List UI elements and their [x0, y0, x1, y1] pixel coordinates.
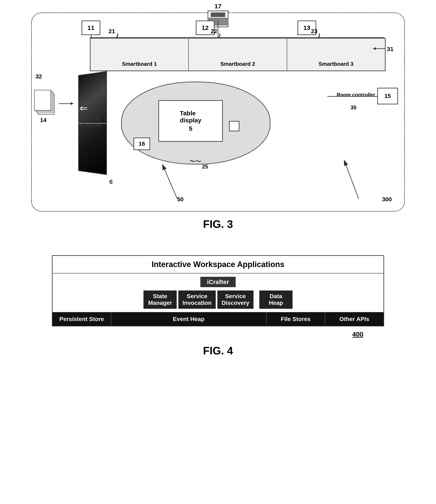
- label-13: 13: [303, 24, 310, 31]
- label-50: 50: [177, 196, 184, 203]
- other-apis-label: Other APIs: [339, 316, 369, 323]
- monitor-11: 11: [82, 20, 100, 35]
- front-display-num: 6: [109, 178, 113, 185]
- table-display-area: Tabledisplay 5 16: [121, 81, 275, 169]
- label-21: 21: [109, 28, 115, 35]
- label-12: 12: [202, 24, 208, 31]
- persistent-store-label: Persistent Store: [59, 316, 104, 323]
- data-heap-box: Data Heap: [259, 290, 293, 309]
- fig4-icrafter-row: iCrafter: [53, 273, 383, 290]
- fig4-outer-box: Interactive Workspace Applications iCraf…: [52, 255, 384, 326]
- fig4-title-row: Interactive Workspace Applications: [53, 256, 383, 273]
- smartboard-1: Smartboard 1: [91, 39, 189, 71]
- smartboard-table: Smartboard 1 Smartboard 2 Smartboard 3: [90, 38, 386, 71]
- label-14: 14: [40, 117, 46, 124]
- label-22: 22: [211, 28, 217, 35]
- svg-line-1: [165, 170, 177, 198]
- icrafter-label: iCrafter: [207, 279, 229, 285]
- table-display-box: Tabledisplay 5: [158, 100, 223, 142]
- other-apis-cell: Other APIs: [325, 313, 383, 326]
- fig4-num-label: 400: [52, 331, 384, 338]
- table-display-label: Tabledisplay: [180, 110, 201, 124]
- fig3-outer-box: 17 11 12 13 〜〜 21 〜〜 22 〜: [31, 12, 405, 212]
- smartboard-1-label: Smartboard 1: [122, 61, 157, 67]
- fig4-caption: FIG. 4: [52, 344, 384, 357]
- service-discovery-label: Service Discovery: [222, 293, 249, 306]
- svg-line-3: [346, 165, 359, 198]
- icrafter-box: iCrafter: [200, 277, 236, 287]
- label-32: 32: [36, 73, 42, 80]
- label-16: 16: [139, 140, 145, 147]
- fig3-diagram: 17 11 12 13 〜〜 21 〜〜 22 〜: [31, 12, 405, 243]
- front-display: ⇐ Frontdisplay 6: [73, 73, 111, 177]
- smartboard-3: Smartboard 3: [287, 39, 385, 71]
- data-heap-label: Data Heap: [269, 293, 283, 306]
- smartboard-2: Smartboard 2: [189, 39, 287, 71]
- smartboard-2-label: Smartboard 2: [220, 61, 255, 67]
- label-11: 11: [87, 24, 94, 31]
- fig4-num: 400: [352, 331, 363, 338]
- label-35: 35: [351, 104, 356, 111]
- front-display-label: Frontdisplay: [82, 115, 102, 128]
- fig4-diagram: Interactive Workspace Applications iCraf…: [52, 255, 384, 369]
- fig4-title: Interactive Workspace Applications: [152, 260, 284, 269]
- box-15: 15: [377, 88, 398, 104]
- service-invocation-box: Service Invocation: [178, 290, 216, 309]
- box-16: 16: [133, 138, 150, 150]
- arrow-300-line: [342, 153, 383, 203]
- smartboard-3-label: Smartboard 3: [319, 61, 353, 67]
- label-17: 17: [214, 3, 221, 10]
- service-discovery-box: Service Discovery: [217, 290, 253, 309]
- service-invocation-label: Service Invocation: [183, 293, 212, 306]
- state-manager-label: State Manager: [148, 293, 172, 306]
- fig4-bottom-row: Persistent Store Event Heap File Stores …: [53, 312, 383, 326]
- fig3-caption: FIG. 3: [31, 218, 405, 230]
- table-display-num: 5: [189, 125, 193, 132]
- label-15: 15: [384, 93, 391, 99]
- label-300: 300: [382, 196, 392, 203]
- persistent-store-cell: Persistent Store: [53, 313, 111, 326]
- label-23: 23: [311, 28, 317, 35]
- file-stores-cell: File Stores: [267, 313, 325, 326]
- label-31: 31: [387, 46, 393, 53]
- stacked-papers-icon: [34, 90, 59, 119]
- event-heap-label: Event Heap: [173, 316, 204, 323]
- room-controller-label: Room controller: [337, 92, 375, 98]
- file-stores-label: File Stores: [281, 316, 310, 323]
- event-heap-cell: Event Heap: [111, 313, 267, 326]
- state-manager-box: State Manager: [143, 290, 177, 309]
- label-25: 25: [202, 163, 208, 170]
- room-controller-device: [229, 121, 239, 131]
- fig4-middle-row: State Manager Service Invocation Service…: [53, 290, 383, 312]
